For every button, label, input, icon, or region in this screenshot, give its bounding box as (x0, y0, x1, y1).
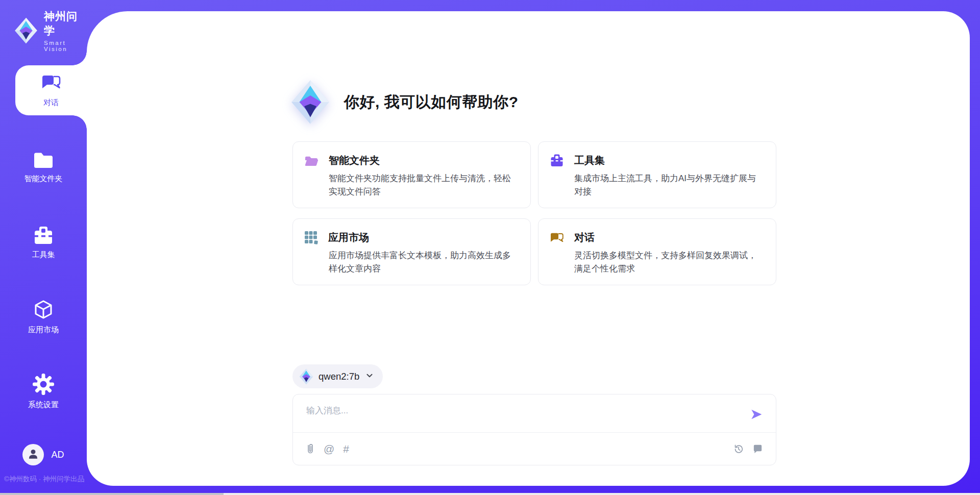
sidebar-item-chat[interactable]: 对话 (15, 65, 87, 115)
grid-icon (304, 231, 318, 244)
user-name: AD (51, 450, 64, 460)
person-icon (27, 447, 40, 462)
app-window: 神州问学 Smart Vision 对话 智能文件夹 (0, 0, 980, 495)
chat-square-icon[interactable] (752, 443, 763, 454)
avatar (22, 444, 44, 465)
sidebar-item-settings[interactable]: 系统设置 (0, 373, 87, 410)
sidebar-item-label: 工具集 (32, 250, 55, 260)
brand-logo-row: 神州问学 Smart Vision (14, 9, 87, 52)
briefcase-icon (550, 154, 564, 167)
diamond-logo-icon (14, 17, 38, 44)
mention-icon[interactable]: @ (324, 443, 334, 455)
brand-name: 神州问学 (44, 9, 87, 38)
sidebar-item-toolset[interactable]: 工具集 (0, 225, 87, 260)
message-input[interactable] (306, 405, 730, 428)
diamond-logo-icon (291, 80, 330, 125)
hash-icon[interactable]: # (343, 443, 349, 455)
chat-bubbles-icon (40, 73, 62, 94)
brand-text: 神州问学 Smart Vision (44, 9, 87, 52)
feature-cards-grid: 智能文件夹 智能文件夹功能支持批量文件上传与清洗，轻松实现文件问答 (292, 141, 776, 285)
card-title: 应用市场 (328, 231, 369, 244)
folder-icon (32, 150, 55, 169)
card-chat[interactable]: 对话 灵活切换多模型文件，支持多样回复效果调试，满足个性化需求 (538, 218, 776, 285)
card-title: 工具集 (574, 154, 605, 167)
send-icon (750, 408, 763, 423)
history-icon[interactable] (733, 443, 744, 455)
chat-icon (550, 231, 564, 244)
sidebar: 神州问学 Smart Vision 对话 智能文件夹 (0, 0, 87, 495)
card-smart-folder[interactable]: 智能文件夹 智能文件夹功能支持批量文件上传与清洗，轻松实现文件问答 (292, 141, 531, 208)
message-composer: @ # (292, 394, 776, 465)
cube-icon (33, 299, 54, 320)
card-description: 智能文件夹功能支持批量文件上传与清洗，轻松实现文件问答 (329, 172, 518, 199)
gear-icon (32, 373, 55, 395)
user-account[interactable]: AD (0, 444, 87, 465)
model-name: qwen2:7b (318, 371, 359, 382)
composer-toolbar-right (733, 443, 763, 455)
toolbox-icon (33, 225, 54, 245)
sidebar-item-smart-folder[interactable]: 智能文件夹 (0, 150, 87, 184)
composer-toolbar: @ # (306, 433, 763, 465)
copyright-footer: ©神州数码 · 神州问学出品 (4, 475, 121, 484)
send-button[interactable] (748, 407, 765, 423)
sidebar-item-label: 系统设置 (28, 400, 59, 410)
scrollbar-thumb[interactable] (0, 493, 224, 495)
card-app-market[interactable]: 应用市场 应用市场提供丰富长文本模板，助力高效生成多样化文章内容 (292, 218, 531, 285)
card-description: 灵活切换多模型文件，支持多样回复效果调试，满足个性化需求 (574, 249, 764, 276)
brand-subtitle: Smart Vision (44, 40, 87, 52)
card-toolset[interactable]: 工具集 集成市场上主流工具，助力AI与外界无缝扩展与对接 (538, 141, 776, 208)
open-folder-icon (304, 154, 318, 167)
card-description: 集成市场上主流工具，助力AI与外界无缝扩展与对接 (574, 172, 764, 199)
greeting-row: 你好, 我可以如何帮助你? (291, 80, 519, 125)
horizontal-scrollbar[interactable] (0, 493, 980, 495)
sidebar-item-label: 智能文件夹 (24, 174, 63, 184)
paperclip-icon[interactable] (306, 443, 315, 455)
card-title: 对话 (574, 231, 595, 244)
sidebar-item-label: 对话 (43, 98, 59, 108)
sidebar-item-label: 应用市场 (28, 325, 59, 335)
card-title: 智能文件夹 (329, 154, 380, 167)
greeting-title: 你好, 我可以如何帮助你? (344, 92, 519, 113)
model-selector[interactable]: qwen2:7b (292, 364, 383, 388)
sidebar-item-app-market[interactable]: 应用市场 (0, 299, 87, 335)
card-description: 应用市场提供丰富长文本模板，助力高效生成多样化文章内容 (329, 249, 518, 276)
diamond-logo-icon (299, 368, 313, 385)
chevron-down-icon (364, 370, 375, 383)
